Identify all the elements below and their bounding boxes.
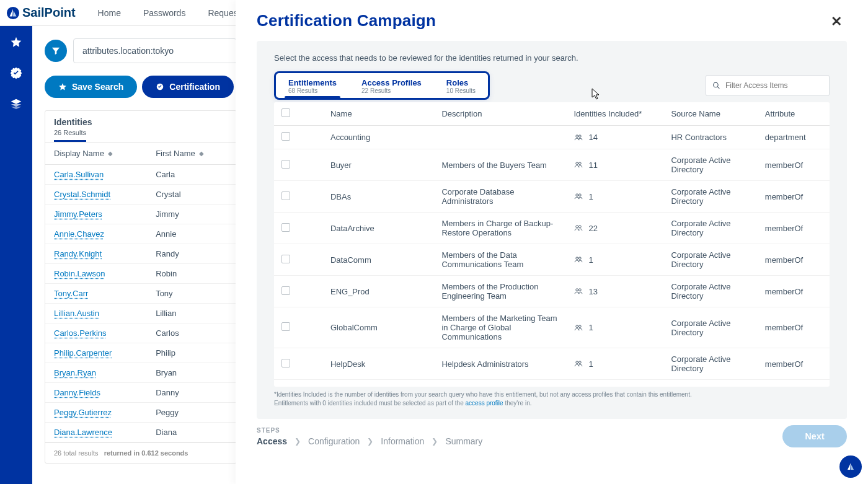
identity-link[interactable]: Carlos.Perkins bbox=[54, 328, 107, 338]
cell-name: Buyer bbox=[326, 149, 436, 181]
cell-attr: memberOf bbox=[760, 149, 830, 181]
identity-link[interactable]: Carla.Sullivan bbox=[54, 170, 104, 179]
crumb-access[interactable]: Access bbox=[257, 436, 287, 446]
identity-link[interactable]: Randy.Knight bbox=[54, 249, 102, 258]
identity-row: Philip.CarpenterPhilip bbox=[45, 343, 236, 363]
cell-ident: 1 bbox=[569, 348, 666, 380]
access-type-tabs: Entitlements 68 Results Access Profiles … bbox=[274, 71, 490, 100]
identity-row: Jimmy.PetersJimmy bbox=[45, 205, 236, 224]
tab-access-profiles[interactable]: Access Profiles 22 Results bbox=[349, 76, 434, 98]
row-checkbox[interactable] bbox=[281, 223, 290, 232]
table-row: BuyerMembers of the Buyers Team11Corpora… bbox=[274, 149, 830, 181]
crumb-summary[interactable]: Summary bbox=[445, 436, 482, 446]
identity-link[interactable]: Annie.Chavez bbox=[54, 229, 104, 239]
identity-link[interactable]: Danny.Fields bbox=[54, 388, 100, 397]
identity-row: Diana.LawrenceDiana bbox=[45, 423, 236, 442]
star-icon[interactable] bbox=[10, 36, 22, 48]
close-icon[interactable]: ✕ bbox=[826, 11, 847, 32]
people-icon bbox=[574, 287, 583, 296]
svg-point-10 bbox=[576, 226, 578, 228]
svg-point-4 bbox=[576, 134, 578, 137]
crumb-information[interactable]: Information bbox=[381, 436, 424, 446]
svg-point-2 bbox=[714, 82, 719, 87]
filter-button[interactable] bbox=[45, 40, 67, 62]
layers-icon[interactable] bbox=[10, 98, 22, 110]
col-display-name[interactable]: Display Name◆ bbox=[54, 149, 156, 158]
identity-row: Carla.SullivanCarla bbox=[45, 165, 236, 185]
identity-first-name: Robin bbox=[156, 269, 228, 278]
identity-first-name: Jimmy bbox=[156, 209, 228, 219]
select-all-checkbox[interactable] bbox=[281, 108, 290, 117]
cell-source: Corporate Active Directory bbox=[666, 348, 760, 380]
svg-point-9 bbox=[579, 194, 582, 196]
identity-link[interactable]: Lillian.Austin bbox=[54, 309, 99, 318]
search-panel: Save Search Certification Identities 26 … bbox=[32, 26, 237, 484]
cell-attr: department bbox=[760, 126, 830, 149]
col-desc[interactable]: Description bbox=[436, 102, 569, 126]
col-attr[interactable]: Attribute bbox=[760, 102, 830, 126]
table-row: Accounting14HR Contractorsdepartment bbox=[274, 126, 830, 149]
cell-source: Corporate Active Directory bbox=[666, 213, 760, 244]
people-icon bbox=[574, 323, 583, 332]
svg-point-19 bbox=[579, 361, 582, 364]
identity-link[interactable]: Philip.Carpenter bbox=[54, 348, 112, 358]
cell-name: HostingVPN bbox=[326, 380, 436, 387]
col-name[interactable]: Name bbox=[326, 102, 436, 126]
cell-name: ENG_Prod bbox=[326, 276, 436, 307]
identity-link[interactable]: Robin.Lawson bbox=[54, 269, 105, 278]
row-checkbox[interactable] bbox=[281, 160, 290, 169]
footer-time: returned in 0.612 seconds bbox=[104, 449, 188, 457]
cell-ident: 1 bbox=[569, 244, 666, 276]
identity-row: Annie.ChavezAnnie bbox=[45, 224, 236, 244]
cell-name: DataComm bbox=[326, 244, 436, 276]
nav-passwords[interactable]: Passwords bbox=[132, 8, 197, 18]
col-source[interactable]: Source Name bbox=[666, 102, 760, 126]
svg-point-6 bbox=[576, 162, 578, 165]
row-checkbox[interactable] bbox=[281, 359, 290, 367]
identity-link[interactable]: Crystal.Schmidt bbox=[54, 190, 110, 199]
identities-count: 26 Results bbox=[54, 128, 86, 142]
identity-link[interactable]: Bryan.Ryan bbox=[54, 368, 96, 377]
chevron-right-icon: ❯ bbox=[367, 437, 373, 446]
certification-button[interactable]: Certification bbox=[142, 76, 234, 98]
nav-home[interactable]: Home bbox=[87, 8, 132, 18]
tab-entitlements[interactable]: Entitlements 68 Results bbox=[276, 76, 349, 98]
row-checkbox[interactable] bbox=[281, 286, 290, 295]
cell-ident: 1 bbox=[569, 181, 666, 213]
brand-text: SailPoint bbox=[22, 6, 76, 20]
cell-ident: 12 bbox=[569, 380, 666, 387]
footer-total: 26 total results bbox=[54, 449, 99, 457]
next-button[interactable]: Next bbox=[782, 425, 847, 447]
modal-title: Certification Campaign bbox=[257, 11, 436, 30]
save-search-button[interactable]: Save Search bbox=[45, 76, 137, 98]
identity-link[interactable]: Jimmy.Peters bbox=[54, 209, 102, 219]
badge-check-icon[interactable] bbox=[10, 67, 22, 79]
table-row: ENG_ProdMembers of the Production Engine… bbox=[274, 276, 830, 307]
table-row: DataArchiveMembers in Charge of Backup-R… bbox=[274, 213, 830, 244]
tab-roles[interactable]: Roles 10 Results bbox=[434, 76, 488, 98]
identity-link[interactable]: Tony.Carr bbox=[54, 289, 88, 298]
cell-attr: memberOf bbox=[760, 380, 830, 387]
cell-attr: memberOf bbox=[760, 181, 830, 213]
row-checkbox[interactable] bbox=[281, 322, 290, 331]
cell-ident: 22 bbox=[569, 213, 666, 244]
filter-access-input[interactable] bbox=[720, 81, 823, 90]
identity-first-name: Bryan bbox=[156, 368, 228, 377]
cell-ident: 11 bbox=[569, 149, 666, 181]
crumb-configuration[interactable]: Configuration bbox=[308, 436, 360, 446]
identity-link[interactable]: Diana.Lawrence bbox=[54, 428, 112, 437]
identity-link[interactable]: Peggy.Gutierrez bbox=[54, 408, 112, 417]
help-button[interactable] bbox=[839, 455, 862, 478]
svg-point-12 bbox=[576, 257, 578, 260]
row-checkbox[interactable] bbox=[281, 191, 290, 200]
col-ident[interactable]: Identities Included* bbox=[569, 102, 666, 126]
identities-footer: 26 total results returned in 0.612 secon… bbox=[45, 442, 236, 463]
star-fill-icon bbox=[58, 82, 67, 91]
search-query-input[interactable] bbox=[73, 38, 237, 63]
row-checkbox[interactable] bbox=[281, 132, 290, 141]
col-first-name[interactable]: First Name◆ bbox=[156, 149, 228, 158]
cell-source: Corporate Active Directory bbox=[666, 244, 760, 276]
access-profile-link[interactable]: access profile bbox=[466, 400, 503, 407]
people-icon bbox=[574, 133, 583, 142]
row-checkbox[interactable] bbox=[281, 255, 290, 263]
